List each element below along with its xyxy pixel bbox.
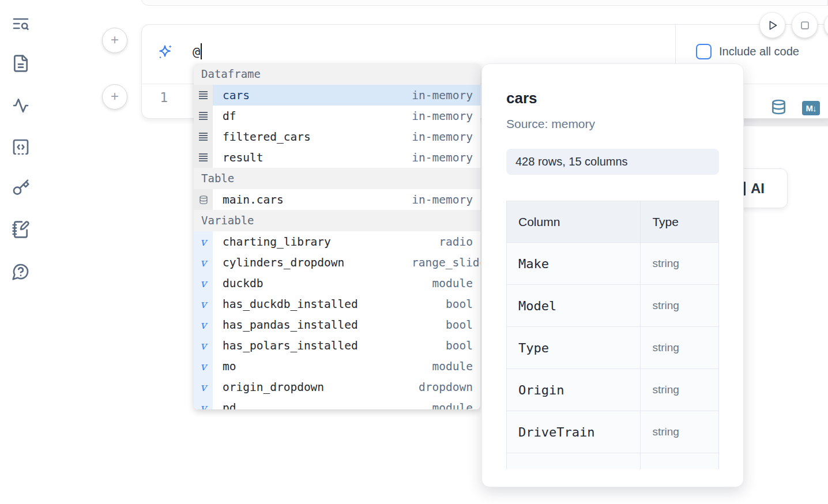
include-all-code-checkbox[interactable] [696,44,712,59]
schema-column-name: Origin [507,369,641,411]
item-type: bool [446,339,473,352]
file-document-icon [12,54,30,73]
item-gutter: v [194,147,213,168]
autocomplete-section-header: Variable [194,210,480,231]
item-name: result [223,151,263,164]
schema-column-type: string [641,243,719,285]
sidebar-item-activity[interactable] [11,96,31,115]
run-cell-button[interactable] [759,12,785,38]
dataframe-icon [198,91,208,100]
autocomplete-item[interactable]: v cars in-memory [194,85,480,106]
autocomplete-item[interactable]: v result in-memory [194,147,480,168]
autocomplete-section-header: Table [194,168,480,189]
code-snippets-icon [12,138,30,156]
variable-icon: v [200,257,206,268]
add-cell-button[interactable]: + [102,84,127,110]
item-name: has_polars_installed [223,339,358,352]
variable-icon: v [200,361,206,372]
schema-column-name: Make [507,243,641,285]
stop-button[interactable] [792,12,818,38]
schema-column-name: DriveTrain [507,411,641,453]
ai-sparkle-icon [156,44,174,61]
schema-table: Column Type Make string Model string Typ… [506,201,719,469]
autocomplete-list: Dataframe v cars in-memory v df in-memor… [194,63,480,409]
autocomplete-item[interactable]: v cylinders_dropdown range_slider [194,252,480,273]
item-name: cars [223,89,250,102]
schema-row: Model string [507,285,719,327]
schema-row: Make string [507,243,719,285]
include-all-code-label: Include all code [719,45,799,58]
sidebar-item-search[interactable] [11,14,31,33]
datasource-button[interactable] [771,99,786,118]
item-name: duckdb [223,277,263,290]
item-gutter: v [194,252,213,273]
sidebar-item-help[interactable] [11,262,31,281]
schema-column-type: string [641,285,719,327]
item-gutter: v [194,377,213,397]
autocomplete-item[interactable]: v df in-memory [194,106,480,126]
text-search-icon [12,14,30,33]
section-label: Table [201,172,234,185]
autocomplete-item[interactable]: v mo module [194,356,480,377]
variable-icon: v [200,319,206,330]
item-gutter: v [194,189,213,210]
autocomplete-item[interactable]: v filtered_cars in-memory [194,126,480,147]
autocomplete-item[interactable]: v origin_dropdown dropdown [194,377,480,397]
sidebar-item-keyboard-shortcuts[interactable] [11,178,31,198]
markdown-icon[interactable]: M↓ [802,101,820,115]
key-icon [12,179,30,197]
item-type: in-memory [412,89,473,102]
item-gutter: v [194,126,213,147]
item-type: range_slider [412,256,480,269]
item-type: radio [439,235,473,249]
item-type: module [432,360,473,373]
autocomplete-item[interactable]: v main.cars in-memory [194,189,480,210]
item-type: bool [446,318,473,332]
item-gutter: v [194,231,213,252]
item-name: origin_dropdown [223,381,324,394]
item-name: main.cars [223,193,284,206]
help-chat-icon [12,262,30,281]
autocomplete-item[interactable]: v has_polars_installed bool [194,335,480,356]
database-icon [771,99,786,115]
schema-row: Origin string [507,369,719,411]
autocomplete-item[interactable]: v charting_library radio [194,231,480,252]
autocomplete-item[interactable]: v pd module [194,397,480,409]
autocomplete-item[interactable]: v duckdb module [194,273,480,294]
item-type: bool [446,298,473,311]
sidebar-item-scratchpad[interactable] [11,220,31,239]
item-name: has_pandas_installed [223,318,358,332]
item-type: in-memory [412,110,473,123]
item-name: mo [223,360,236,373]
autocomplete-item[interactable]: v has_pandas_installed bool [194,314,480,335]
item-type: in-memory [412,193,473,206]
schema-row [507,453,719,470]
ai-card-label: AI [751,180,765,197]
previous-cell-edge [141,0,828,6]
variable-icon: v [200,382,206,393]
schema-column-name [507,453,641,470]
item-gutter: v [194,294,213,314]
autocomplete-item[interactable]: v has_duckdb_installed bool [194,294,480,314]
schema-column-name: Model [507,285,641,327]
notebook-pen-icon [12,220,30,239]
schema-header-type: Type [641,201,719,243]
autocomplete-dropdown: Dataframe v cars in-memory v df in-memor… [194,63,480,409]
schema-column-type: string [641,411,719,453]
panel-source: Source: memory [506,117,595,131]
marimo-notebook: + + @ Include all code 1 M↓ [0,0,828,504]
table-database-icon [199,195,208,205]
schema-column-type: string [641,369,719,411]
schema-row: Type string [507,327,719,369]
item-type: in-memory [412,130,473,144]
sidebar-item-files[interactable] [11,54,31,73]
item-gutter: v [194,314,213,335]
ai-prompt-input[interactable]: @ [193,44,202,59]
variable-icon: v [200,278,206,289]
add-cell-button-top[interactable]: + [102,28,127,53]
text-caret [201,43,202,59]
sidebar [0,0,42,504]
shape-badge: 428 rows, 15 columns [506,149,719,175]
sidebar-item-snippets[interactable] [11,137,31,157]
panel-title: cars [506,89,537,107]
